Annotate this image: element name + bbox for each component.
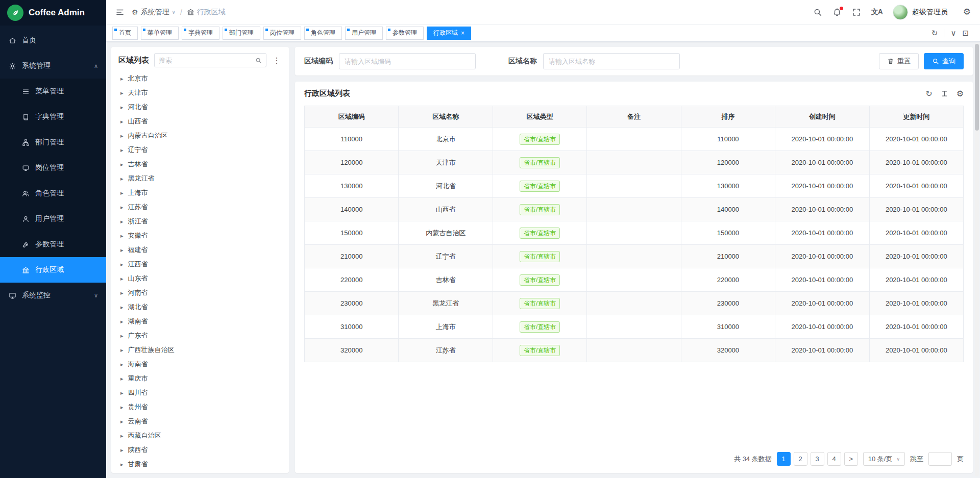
tree-item[interactable]: ▸江苏省: [118, 200, 282, 214]
caret-right-icon[interactable]: ▸: [120, 404, 124, 411]
caret-right-icon[interactable]: ▸: [120, 275, 124, 282]
tab-item[interactable]: 部门管理: [223, 27, 260, 40]
caret-right-icon[interactable]: ▸: [120, 361, 124, 368]
breadcrumb-section[interactable]: ⚙ 系统管理 ∨: [132, 8, 176, 17]
caret-right-icon[interactable]: ▸: [120, 118, 124, 125]
sidebar-item-monitor[interactable]: 系统监控∨: [0, 283, 106, 308]
tree-item[interactable]: ▸天津市: [118, 86, 282, 100]
sidebar-item-system[interactable]: 系统管理∧: [0, 53, 106, 79]
tree-item[interactable]: ▸陕西省: [118, 443, 282, 457]
settings-gear-icon[interactable]: ⚙: [963, 7, 971, 17]
tab-item[interactable]: 行政区域×: [427, 27, 471, 40]
tab-item[interactable]: 参数管理: [386, 27, 424, 40]
tree-item[interactable]: ▸吉林省: [118, 157, 282, 171]
search-icon[interactable]: [813, 8, 822, 17]
tree-item[interactable]: ▸贵州省: [118, 400, 282, 414]
sidebar-item-home[interactable]: 首页: [0, 28, 106, 53]
tab-item[interactable]: 用户管理: [345, 27, 383, 40]
logo[interactable]: Coffee Admin: [0, 0, 106, 26]
sidebar-item-menu[interactable]: 菜单管理: [0, 79, 106, 104]
caret-right-icon[interactable]: ▸: [120, 390, 124, 396]
tree-item[interactable]: ▸海南省: [118, 357, 282, 371]
page-button[interactable]: 3: [811, 452, 824, 466]
caret-right-icon[interactable]: ▸: [120, 318, 124, 325]
next-page-button[interactable]: >: [844, 452, 858, 466]
tree-item[interactable]: ▸福建省: [118, 243, 282, 257]
tree-item[interactable]: ▸湖北省: [118, 300, 282, 314]
tree-item[interactable]: ▸河北省: [118, 100, 282, 114]
caret-right-icon[interactable]: ▸: [120, 175, 124, 182]
page-button[interactable]: 1: [777, 452, 791, 466]
tree-item[interactable]: ▸黑龙江省: [118, 171, 282, 186]
sidebar-item-post[interactable]: 岗位管理: [0, 155, 106, 181]
tree-item[interactable]: ▸山西省: [118, 114, 282, 129]
gear-icon[interactable]: ⚙: [957, 89, 964, 98]
caret-right-icon[interactable]: ▸: [120, 233, 124, 239]
caret-right-icon[interactable]: ▸: [120, 433, 124, 439]
tab-close-icon[interactable]: ×: [461, 30, 464, 36]
tab-item[interactable]: 岗位管理: [263, 27, 301, 40]
sidebar-item-dict[interactable]: 字典管理: [0, 104, 106, 130]
search-button[interactable]: 查询: [924, 53, 964, 69]
jump-page-input[interactable]: [928, 452, 952, 466]
caret-right-icon[interactable]: ▸: [120, 418, 124, 425]
sidebar-item-role[interactable]: 角色管理: [0, 181, 106, 206]
user-menu[interactable]: 超级管理员: [893, 5, 948, 20]
tree-item[interactable]: ▸北京市: [118, 71, 282, 86]
tree-item[interactable]: ▸西藏自治区: [118, 429, 282, 443]
caret-right-icon[interactable]: ▸: [120, 375, 124, 382]
tree-item[interactable]: ▸上海市: [118, 186, 282, 200]
sidebar-item-region[interactable]: 行政区域: [0, 257, 106, 283]
caret-right-icon[interactable]: ▸: [120, 347, 124, 354]
sidebar-item-param[interactable]: 参数管理: [0, 232, 106, 257]
tree-item[interactable]: ▸云南省: [118, 414, 282, 429]
tree-search-input[interactable]: [159, 57, 252, 64]
tree-item[interactable]: ▸江西省: [118, 257, 282, 271]
page-button[interactable]: 4: [827, 452, 841, 466]
code-filter-input[interactable]: [339, 53, 476, 69]
sidebar-collapse-icon[interactable]: [115, 8, 125, 17]
tree-item[interactable]: ▸山东省: [118, 271, 282, 286]
page-size-select[interactable]: 10 条/页 ∨: [863, 452, 905, 466]
tab-item[interactable]: 菜单管理: [141, 27, 179, 40]
page-button[interactable]: 2: [794, 452, 807, 466]
refresh-icon[interactable]: ↻: [932, 29, 938, 38]
caret-right-icon[interactable]: ▸: [120, 76, 124, 82]
caret-right-icon[interactable]: ▸: [120, 161, 124, 168]
tab-actions-chevron-down-icon[interactable]: ∨: [950, 29, 956, 38]
tab-item[interactable]: 字典管理: [182, 27, 219, 40]
caret-right-icon[interactable]: ▸: [120, 90, 124, 96]
page-scrollbar[interactable]: [975, 43, 979, 476]
caret-right-icon[interactable]: ▸: [120, 204, 124, 211]
caret-right-icon[interactable]: ▸: [120, 247, 124, 254]
translate-icon[interactable]: 文A: [871, 8, 883, 17]
caret-right-icon[interactable]: ▸: [120, 447, 124, 454]
caret-right-icon[interactable]: ▸: [120, 218, 124, 225]
caret-right-icon[interactable]: ▸: [120, 304, 124, 311]
fullscreen-icon[interactable]: [852, 8, 861, 17]
refresh-icon[interactable]: ↻: [925, 89, 932, 98]
more-options-icon[interactable]: ⋮: [272, 56, 282, 65]
bell-icon[interactable]: [832, 8, 842, 17]
caret-right-icon[interactable]: ▸: [120, 333, 124, 339]
name-filter-input[interactable]: [543, 53, 680, 69]
caret-right-icon[interactable]: ▸: [120, 290, 124, 296]
tab-item[interactable]: 首页: [112, 27, 138, 40]
tree-item[interactable]: ▸安徽省: [118, 229, 282, 243]
caret-right-icon[interactable]: ▸: [120, 190, 124, 196]
tree-item[interactable]: ▸广西壮族自治区: [118, 343, 282, 357]
tree-item[interactable]: ▸四川省: [118, 386, 282, 400]
tree-item[interactable]: ▸湖南省: [118, 314, 282, 329]
caret-right-icon[interactable]: ▸: [120, 261, 124, 268]
tree-item[interactable]: ▸重庆市: [118, 371, 282, 386]
tree-item[interactable]: ▸辽宁省: [118, 143, 282, 157]
row-height-icon[interactable]: [941, 90, 948, 97]
reset-button[interactable]: 重置: [879, 53, 919, 69]
tree-item[interactable]: ▸广东省: [118, 329, 282, 343]
search-icon[interactable]: [255, 57, 262, 64]
tree-item[interactable]: ▸甘肃省: [118, 457, 282, 467]
sidebar-item-user[interactable]: 用户管理: [0, 206, 106, 232]
tree-item[interactable]: ▸河南省: [118, 286, 282, 300]
caret-right-icon[interactable]: ▸: [120, 461, 124, 467]
caret-right-icon[interactable]: ▸: [120, 104, 124, 111]
